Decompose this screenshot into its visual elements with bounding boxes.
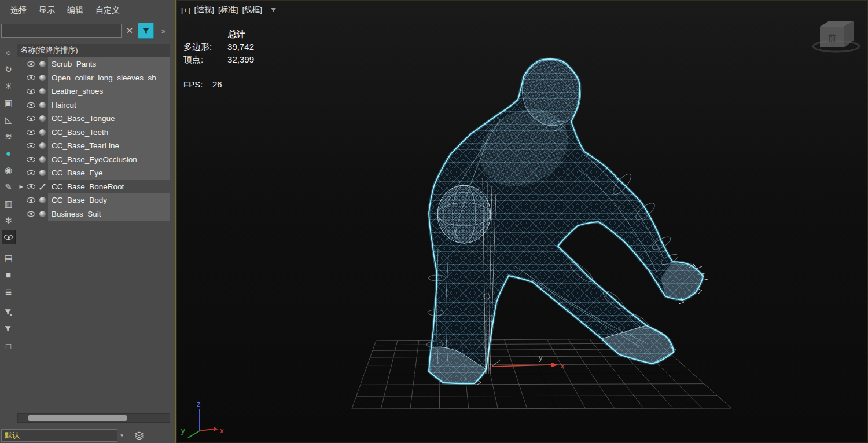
grid-line xyxy=(364,374,692,375)
lock-cell-editing-icon[interactable]: ■ xyxy=(2,268,16,282)
menu-item-2[interactable]: 编辑 xyxy=(67,5,83,16)
view-cube[interactable]: 前 xyxy=(813,21,859,52)
display-hidden-icon[interactable] xyxy=(2,230,16,244)
geometry-sphere-icon xyxy=(37,102,48,108)
object-name: CC_Base_Body xyxy=(48,193,170,207)
display-containers-icon[interactable]: ▥ xyxy=(2,196,16,211)
viewport-menu-standard[interactable]: [标准] xyxy=(218,5,238,15)
expand-arrow-icon[interactable]: ▶ xyxy=(17,184,25,189)
viewport-menu-plus[interactable]: [+] xyxy=(181,6,190,14)
table-row[interactable]: Haircut xyxy=(17,98,170,112)
visibility-eye-icon[interactable] xyxy=(25,170,37,175)
layers-icon[interactable] xyxy=(134,431,144,440)
table-row[interactable]: Leather_shoes xyxy=(17,85,170,98)
wireframe-character[interactable] xyxy=(426,54,708,385)
visibility-eye-icon[interactable] xyxy=(25,116,37,121)
geometry-sphere-icon xyxy=(37,156,48,163)
object-name: CC_Base_Eye xyxy=(48,166,170,180)
grid-line xyxy=(367,364,682,365)
object-name: Open_collar_long_sleeves_sh xyxy=(48,71,170,85)
geometry-sphere-icon xyxy=(37,142,48,149)
search-input[interactable] xyxy=(1,24,122,38)
display-none-icon[interactable]: ○ xyxy=(2,45,16,60)
object-name: Business_Suit xyxy=(48,207,170,221)
display-refresh-icon[interactable]: ↻ xyxy=(2,62,16,76)
eye-icon xyxy=(27,184,35,189)
toolbar-overflow-icon[interactable]: » xyxy=(161,27,165,35)
display-shapes-icon[interactable]: ◉ xyxy=(2,163,16,177)
visibility-eye-icon[interactable] xyxy=(25,184,37,189)
visibility-eye-icon[interactable] xyxy=(25,211,37,217)
grid-line xyxy=(361,384,704,385)
display-geometry-icon[interactable]: ● xyxy=(2,146,16,160)
scrollbar-thumb[interactable] xyxy=(28,415,127,421)
visibility-eye-icon[interactable] xyxy=(25,102,37,108)
table-row[interactable]: Scrub_Pants xyxy=(17,57,170,71)
explorer-menu-bar: 选择显示编辑自定义 xyxy=(0,0,175,21)
clear-search-icon[interactable]: ✕ xyxy=(124,25,135,36)
display-helpers-icon[interactable]: ◺ xyxy=(2,112,16,127)
display-cameras-icon[interactable]: ▣ xyxy=(2,96,16,110)
eye-icon xyxy=(27,75,35,80)
perspective-viewport[interactable]: [+] [透视] [标准] [线框] 总计 多边形:39,742 顶点:32,3… xyxy=(175,0,868,443)
stats-polygons-value: 39,742 xyxy=(219,41,254,53)
eye-icon xyxy=(27,197,35,203)
menu-item-0[interactable]: 选择 xyxy=(10,5,27,16)
world-axis-tripod: z y x xyxy=(181,400,224,438)
visibility-eye-icon[interactable] xyxy=(25,197,37,203)
visibility-eye-icon[interactable] xyxy=(25,157,37,162)
fps-overlay: FPS:26 xyxy=(183,78,222,91)
eye-icon xyxy=(27,143,35,148)
name-column-header[interactable]: 名称(按降序排序) xyxy=(17,44,170,57)
axis-y-label: y xyxy=(181,426,185,435)
display-toolbar: ○↻☀▣◺≋●◉✎▥❄▤■≣□ xyxy=(0,45,17,356)
transform-gizmo[interactable]: x y xyxy=(492,353,565,370)
object-name: CC_Base_Teeth xyxy=(48,126,170,140)
menu-item-3[interactable]: 自定义 xyxy=(95,5,120,16)
table-row[interactable]: CC_Base_Eye xyxy=(17,166,170,180)
selection-filter-button[interactable] xyxy=(138,23,154,39)
table-row[interactable]: CC_Base_Tongue xyxy=(17,112,170,126)
visibility-eye-icon[interactable] xyxy=(25,61,37,67)
table-row[interactable]: CC_Base_TearLine xyxy=(17,139,170,153)
visibility-eye-icon[interactable] xyxy=(25,75,37,80)
viewport-canvas[interactable]: x y z y x 前 xyxy=(176,0,868,443)
fps-value: 26 xyxy=(212,79,222,89)
table-row[interactable]: Open_collar_long_sleeves_sh xyxy=(17,71,170,85)
visibility-eye-icon[interactable] xyxy=(25,89,37,94)
eye-icon xyxy=(27,211,35,217)
explorer-search-row: ✕ » xyxy=(0,22,175,39)
column-chooser-icon[interactable]: ▤ xyxy=(2,251,16,265)
fps-label: FPS: xyxy=(183,78,212,91)
sync-selection-icon[interactable]: ≣ xyxy=(2,284,16,299)
geometry-sphere-icon xyxy=(37,88,48,94)
visibility-eye-icon[interactable] xyxy=(25,143,37,148)
stats-vertices-value: 32,399 xyxy=(219,53,254,66)
object-name: CC_Base_Tongue xyxy=(48,112,170,126)
layer-dropdown-icon[interactable]: ▼ xyxy=(117,429,126,442)
clear-filter-icon[interactable] xyxy=(2,305,16,320)
table-row[interactable]: CC_Base_EyeOcclusion xyxy=(17,153,170,167)
visibility-eye-icon[interactable] xyxy=(25,130,37,135)
eye-icon xyxy=(27,102,35,108)
viewport-menu-shading[interactable]: [线框] xyxy=(242,5,262,15)
object-name: Scrub_Pants xyxy=(48,57,170,71)
layer-field[interactable]: 默认 xyxy=(1,429,117,442)
display-spacewarps-icon[interactable]: ≋ xyxy=(2,129,16,144)
viewport-menu-pov[interactable]: [透视] xyxy=(194,5,214,15)
table-row[interactable]: Business_Suit xyxy=(17,207,170,221)
display-frozen-icon[interactable]: ❄ xyxy=(2,213,16,228)
geometry-sphere-icon xyxy=(37,115,48,122)
table-row[interactable]: CC_Base_Teeth xyxy=(17,126,170,140)
3dsmax-window: 选择显示编辑自定义 ✕ » ○↻☀▣◺≋●◉✎▥❄▤■≣□ 名称(按降序排序) … xyxy=(0,0,868,443)
table-row[interactable]: ▶CC_Base_BoneRoot xyxy=(17,180,170,194)
pick-folder-icon[interactable]: □ xyxy=(2,339,16,353)
viewport-filter-icon[interactable] xyxy=(270,6,277,14)
table-row[interactable]: CC_Base_Body xyxy=(17,193,170,207)
grid-line xyxy=(356,396,717,396)
horizontal-scrollbar[interactable] xyxy=(17,413,170,423)
display-bones-icon[interactable]: ✎ xyxy=(2,180,16,194)
filter-icon[interactable] xyxy=(2,322,16,336)
menu-item-1[interactable]: 显示 xyxy=(39,5,55,16)
display-lights-icon[interactable]: ☀ xyxy=(2,79,16,93)
